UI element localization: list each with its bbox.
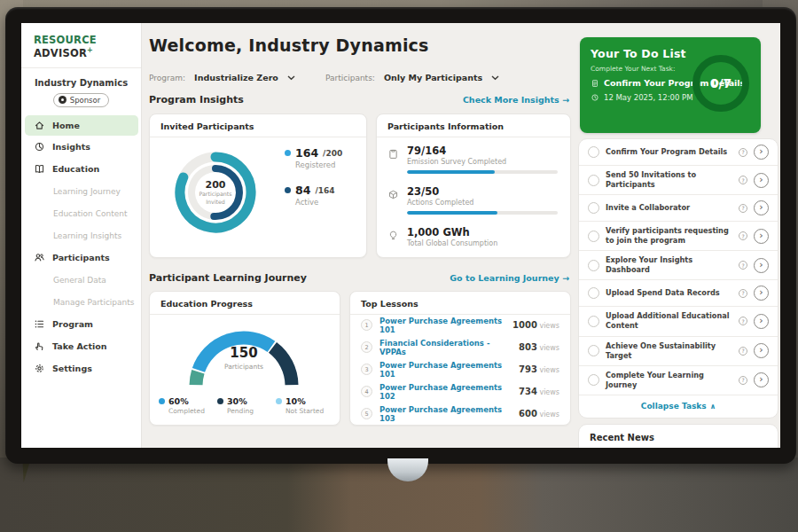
filters-row: Program: Industrialize Zero Participants…	[149, 67, 499, 84]
go-to-learning-journey-link[interactable]: Go to Learning Journey →	[450, 273, 569, 283]
chevron-right-icon[interactable]: ›	[754, 258, 769, 273]
sidebar-item-education[interactable]: Education	[21, 158, 142, 180]
lesson-rank: 3	[361, 364, 372, 375]
sidebar-item-label: Settings	[52, 364, 92, 373]
info-icon[interactable]: ?	[739, 231, 747, 240]
card-title: Education Progress	[150, 292, 340, 315]
sidebar-item-participants[interactable]: Participants	[21, 246, 142, 269]
lesson-link[interactable]: Power Purchase Agreements 103	[379, 405, 519, 423]
sidebar-item-insights[interactable]: Insights	[21, 136, 142, 158]
todo-checkbox[interactable]	[588, 316, 599, 327]
todo-checkbox[interactable]	[588, 287, 599, 299]
program-filter[interactable]: Program: Industrialize Zero	[149, 67, 295, 84]
todo-checkbox[interactable]	[588, 146, 599, 158]
progress-bar	[407, 211, 558, 215]
section-title: Participant Learning Journey	[149, 272, 307, 284]
todo-checkbox[interactable]	[588, 260, 599, 271]
section-title: Program Insights	[149, 94, 244, 106]
todo-checkbox[interactable]	[588, 374, 599, 386]
info-icon[interactable]: ?	[739, 176, 747, 184]
legend-dot	[159, 398, 165, 404]
page-title: Welcome, Industry Dynamics	[149, 35, 429, 55]
info-icon[interactable]: ?	[739, 289, 747, 298]
chevron-right-icon[interactable]: ›	[754, 229, 769, 244]
education-progress-card: Education Progress 150 Participants 60% …	[149, 291, 340, 426]
info-icon[interactable]: ?	[739, 261, 747, 270]
info-icon[interactable]: ?	[739, 148, 747, 157]
chevron-up-icon: ∧	[710, 403, 716, 411]
lesson-link[interactable]: Power Purchase Agreements 102	[379, 383, 519, 401]
sidebar-nav: Home Insights Education Learning Journey…	[21, 115, 142, 379]
chevron-right-icon[interactable]: ›	[754, 286, 769, 301]
program-filter-label: Program:	[149, 74, 185, 82]
todo-checkbox[interactable]	[588, 175, 599, 186]
program-icon	[34, 318, 45, 330]
recent-news-title: Recent News	[579, 425, 778, 448]
sidebar-item-learning-insights[interactable]: Learning Insights	[21, 224, 142, 246]
sidebar-item-label: Education Content	[53, 209, 127, 218]
sidebar-item-settings[interactable]: Settings	[21, 357, 142, 379]
logo-secondary: ADVISOR	[34, 47, 87, 59]
todo-checkbox[interactable]	[588, 231, 599, 242]
chevron-right-icon[interactable]: ›	[754, 372, 769, 387]
sidebar-item-home[interactable]: Home	[25, 115, 138, 136]
sponsor-label: Sponsor	[70, 96, 101, 105]
sidebar-item-label: Program	[52, 319, 93, 329]
todo-item-label: Achieve One Sustainability Target	[606, 341, 732, 361]
sidebar-item-label: Education	[52, 164, 99, 174]
sidebar-item-take-action[interactable]: Take Action	[21, 335, 142, 357]
arrow-right-icon: →	[562, 95, 569, 105]
sidebar-item-manage-participants[interactable]: Manage Participants	[21, 291, 142, 313]
clock-icon	[591, 93, 599, 102]
logo-plus: +	[87, 46, 93, 54]
card-title: Participants Information	[377, 114, 570, 137]
lesson-link[interactable]: Power Purchase Agreements 101	[379, 361, 519, 379]
todo-checkbox[interactable]	[588, 345, 599, 356]
info-icon[interactable]: ?	[739, 317, 747, 325]
survey-icon	[387, 146, 399, 158]
legend-registered: 164/200 Registered	[285, 146, 342, 169]
sidebar-item-general-data[interactable]: General Data	[21, 269, 142, 291]
education-icon	[34, 163, 45, 175]
todo-item: Complete Your Learning Journey ? ›	[579, 366, 778, 395]
legend-completed: 60% Completed	[159, 396, 217, 415]
right-panel: Your To Do List Complete Your Next Task:…	[578, 23, 780, 448]
sidebar-item-learning-journey[interactable]: Learning Journey	[21, 180, 142, 202]
sidebar-item-label: Insights	[52, 142, 90, 152]
todo-item-label: Upload Additional Educational Content	[606, 311, 732, 331]
legend-dot	[276, 398, 282, 404]
chevron-right-icon[interactable]: ›	[754, 314, 769, 329]
take-action-icon	[34, 340, 45, 352]
program-filter-value: Industrialize Zero	[194, 73, 278, 82]
chevron-right-icon[interactable]: ›	[754, 173, 769, 188]
lesson-row: 2 Financial Considerations - VPPAs 803 v…	[350, 336, 570, 358]
participants-filter-label: Participants:	[325, 74, 375, 82]
lesson-views: 793 views	[519, 364, 559, 374]
check-more-insights-link[interactable]: Check More Insights →	[463, 95, 569, 105]
todo-checkbox[interactable]	[588, 202, 599, 214]
desktop-scene: RESOURCE ADVISOR+ Industry Dynamics Spon…	[0, 0, 798, 532]
arrow-right-icon: →	[562, 273, 569, 283]
participants-filter[interactable]: Participants: Only My Participants	[325, 67, 499, 84]
sidebar-item-education-content[interactable]: Education Content	[21, 202, 142, 224]
todo-item: Upload Spend Data Records ? ›	[579, 280, 778, 307]
chevron-down-icon	[491, 75, 499, 81]
info-icon[interactable]: ?	[739, 347, 747, 356]
chevron-right-icon[interactable]: ›	[754, 200, 769, 215]
collapse-tasks-link[interactable]: Collapse Tasks∧	[579, 395, 778, 416]
logo-primary: RESOURCE	[34, 34, 97, 46]
lesson-views: 1000 views	[512, 320, 559, 330]
info-icon[interactable]: ?	[739, 376, 747, 385]
education-gauge-chart: 150 Participants	[173, 315, 315, 393]
chevron-right-icon[interactable]: ›	[754, 145, 769, 160]
info-icon[interactable]: ?	[739, 204, 747, 213]
chevron-right-icon[interactable]: ›	[754, 343, 769, 358]
recent-news-card: Recent News	[578, 424, 778, 448]
lesson-link[interactable]: Financial Considerations - VPPAs	[379, 339, 519, 356]
legend-dot	[217, 398, 223, 404]
main-content: Welcome, Industry Dynamics Program: Indu…	[142, 23, 578, 448]
settings-icon	[34, 363, 45, 374]
sidebar-item-label: Manage Participants	[53, 298, 134, 307]
sidebar-item-program[interactable]: Program	[21, 313, 142, 335]
lesson-link[interactable]: Power Purchase Agreements 101	[379, 317, 512, 334]
